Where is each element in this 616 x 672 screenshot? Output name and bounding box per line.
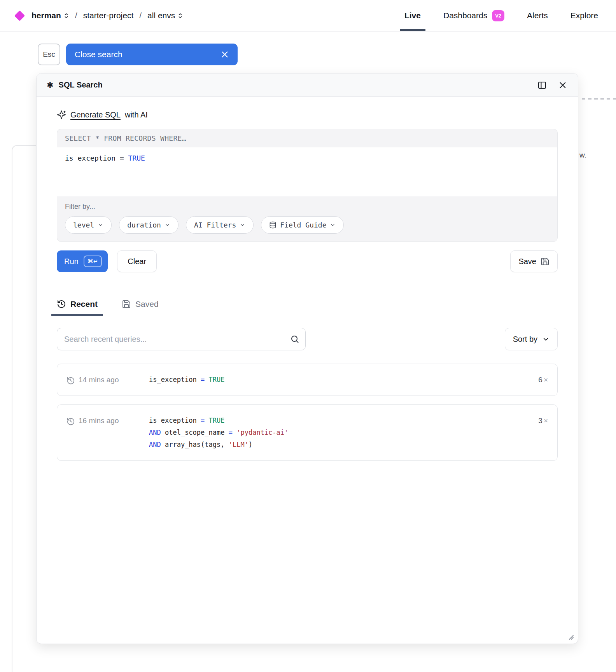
breadcrumb-separator: / (75, 11, 77, 20)
nav-item-explore[interactable]: Explore (570, 0, 598, 31)
nav-item-live[interactable]: Live (404, 0, 421, 31)
modal-header: ✱ SQL Search (37, 74, 578, 97)
nav-item-label: Explore (570, 11, 598, 20)
save-icon (122, 299, 131, 309)
history-tabs: Recent Saved (57, 299, 558, 316)
filter-pill-duration[interactable]: duration (119, 216, 178, 234)
close-icon (558, 81, 567, 89)
pill-label: AI Filters (194, 221, 236, 229)
history-icon (57, 299, 66, 309)
background-partial-text: w. (579, 151, 586, 159)
save-icon (541, 257, 550, 266)
sql-editor: SELECT * FROM RECORDS WHERE… is_exceptio… (57, 129, 558, 242)
org-name: herman (32, 11, 61, 20)
sql-search-modal: ✱ SQL Search Generate SQL with AI SELECT… (36, 73, 578, 644)
query-run-count-number: 3 (538, 415, 542, 427)
pill-label: level (73, 221, 94, 229)
panel-left-icon (537, 80, 547, 90)
close-modal-button[interactable] (558, 80, 568, 90)
filter-by-label: Filter by... (65, 203, 550, 211)
search-recent-queries-input[interactable] (57, 328, 306, 350)
query-timestamp: 16 mins ago (79, 415, 119, 427)
query-run-count: 6× (538, 374, 548, 386)
chevron-down-icon (240, 222, 245, 228)
filter-pill-field-guide[interactable]: Field Guide (261, 216, 344, 234)
tab-saved[interactable]: Saved (122, 299, 159, 316)
clear-label: Clear (128, 257, 146, 266)
times-glyph: × (544, 415, 548, 427)
breadcrumb-separator: / (139, 11, 142, 20)
nav-item-label: Dashboards (443, 11, 487, 20)
env-selector[interactable]: all envs (147, 11, 183, 20)
query-meta: 14 mins ago (66, 374, 149, 386)
history-icon (66, 417, 75, 426)
modal-body: Generate SQL with AI SELECT * FROM RECOR… (37, 110, 578, 461)
pill-label: Field Guide (280, 221, 326, 229)
sort-by-button[interactable]: Sort by (505, 328, 558, 350)
query-run-count: 3× (538, 415, 548, 427)
filter-pills: level duration AI Filters Field Guide (65, 216, 550, 234)
query-timestamp: 14 mins ago (79, 374, 119, 386)
close-search-label: Close search (75, 50, 122, 59)
tab-label: Saved (135, 299, 159, 309)
recent-query-card[interactable]: 14 mins agois_exception = TRUE6× (57, 364, 558, 396)
chevron-down-icon (330, 222, 336, 228)
chevron-down-icon (98, 222, 103, 228)
filter-pill-ai-filters[interactable]: AI Filters (186, 216, 254, 234)
chevron-down-icon (542, 336, 550, 343)
org-selector[interactable]: herman (32, 11, 69, 20)
query-sql: is_exception = TRUEAND otel_scope_name =… (149, 415, 288, 451)
nav-item-alerts[interactable]: Alerts (527, 0, 548, 31)
save-button[interactable]: Save (510, 250, 558, 272)
editor-actions: Run ⌘↵ Clear Save (57, 250, 558, 272)
tab-recent[interactable]: Recent (57, 299, 98, 316)
filter-section: Filter by... level duration AI Filters (57, 196, 557, 242)
generate-sql-link[interactable]: Generate SQL (70, 110, 121, 119)
sparkles-icon (57, 110, 66, 119)
breadcrumb: herman / starter-project / all envs (14, 11, 183, 20)
generate-sql-suffix: with AI (125, 110, 148, 119)
recent-list-controls: Sort by (57, 328, 558, 350)
background-dashed-line (582, 98, 616, 100)
recent-query-list: 14 mins agois_exception = TRUE6×16 mins … (57, 364, 558, 461)
filter-pill-level[interactable]: level (65, 216, 112, 234)
dock-panel-button[interactable] (537, 80, 548, 91)
project-name: starter-project (83, 11, 134, 20)
chevron-up-down-icon (63, 12, 69, 19)
modal-title: SQL Search (59, 80, 103, 89)
top-navbar: herman / starter-project / all envs Live… (0, 0, 616, 32)
run-button[interactable]: Run ⌘↵ (57, 250, 108, 272)
search-icon (290, 334, 299, 344)
close-icon (220, 50, 229, 59)
nav-item-label: Alerts (527, 11, 548, 20)
history-icon (66, 416, 75, 426)
nav-item-dashboards[interactable]: Dashboards V2 (443, 0, 504, 31)
database-icon (269, 221, 276, 229)
sort-by-label: Sort by (513, 335, 537, 344)
clear-button[interactable]: Clear (117, 250, 157, 272)
chevron-down-icon (164, 222, 170, 228)
query-sql: is_exception = TRUE (149, 374, 225, 386)
close-search-button[interactable]: Close search (66, 44, 238, 65)
recent-query-card[interactable]: 16 mins agois_exception = TRUEAND otel_s… (57, 404, 558, 461)
sql-editor-placeholder: SELECT * FROM RECORDS WHERE… (57, 129, 557, 147)
primary-nav: Live Dashboards V2 Alerts Explore (404, 0, 598, 31)
generate-sql-row: Generate SQL with AI (57, 110, 558, 119)
save-label: Save (518, 257, 536, 266)
resize-handle[interactable] (567, 633, 574, 640)
query-meta: 16 mins ago (66, 415, 149, 427)
esc-key[interactable]: Esc (38, 44, 60, 65)
times-glyph: × (544, 374, 548, 386)
logfire-logo[interactable] (14, 10, 25, 21)
chevron-up-down-icon (177, 12, 183, 19)
sql-editor-input[interactable]: is_exception = TRUE (57, 147, 557, 196)
history-icon (66, 375, 75, 385)
cmd-enter-shortcut: ⌘↵ (84, 256, 102, 267)
sql-search-icon: ✱ (47, 81, 54, 89)
v2-badge: V2 (492, 10, 504, 21)
pill-label: duration (127, 221, 161, 229)
project-link[interactable]: starter-project (83, 11, 134, 20)
history-icon (66, 376, 75, 385)
nav-item-label: Live (404, 11, 421, 20)
close-search-banner: Esc Close search (38, 44, 238, 65)
